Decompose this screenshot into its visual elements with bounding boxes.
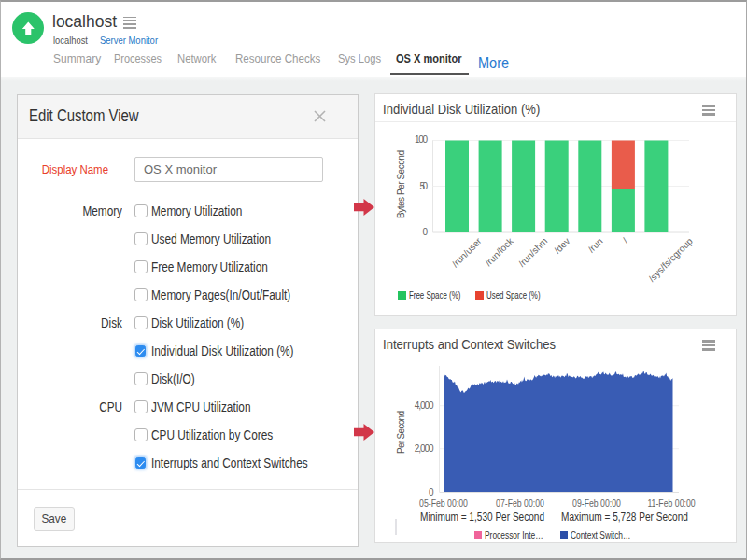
svg-text:4,000: 4,000 <box>415 400 434 411</box>
svg-text:Bytes Per Second: Bytes Per Second <box>396 150 406 218</box>
svg-text:0: 0 <box>429 487 434 497</box>
svg-text:50: 50 <box>420 181 429 191</box>
svg-text:2,000: 2,000 <box>415 443 434 454</box>
svg-text:Per Second: Per Second <box>396 411 406 454</box>
svg-text:100: 100 <box>415 134 428 145</box>
svg-text:0: 0 <box>422 227 428 237</box>
